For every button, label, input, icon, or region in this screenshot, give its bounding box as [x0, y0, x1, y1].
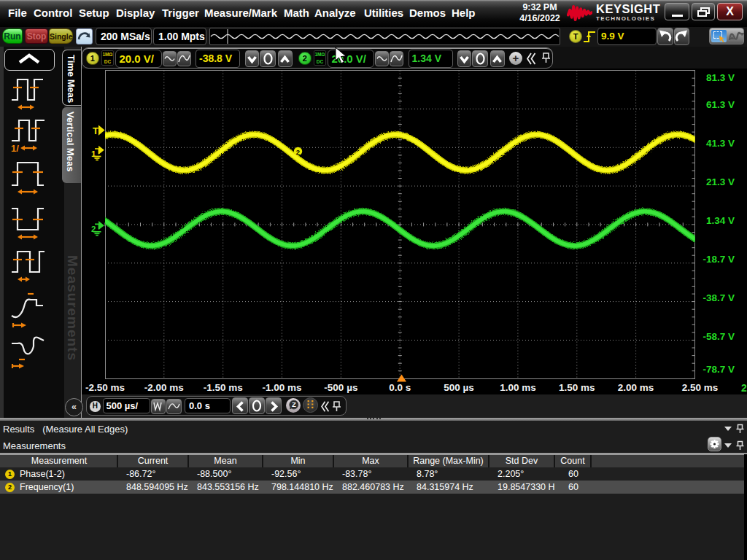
- svg-text:-2.00 ms: -2.00 ms: [144, 382, 184, 393]
- svg-text:Z: Z: [291, 400, 295, 408]
- svg-text:1.00 ms: 1.00 ms: [500, 382, 536, 393]
- svg-text:1.34 V: 1.34 V: [706, 215, 735, 226]
- svg-text:T: T: [93, 125, 98, 136]
- svg-text:2.50 ms: 2.50 ms: [682, 382, 719, 393]
- svg-text:2.00 ms: 2.00 ms: [618, 382, 654, 393]
- svg-text:-38.7 V: -38.7 V: [703, 292, 735, 303]
- svg-text:0.0 s: 0.0 s: [389, 382, 411, 393]
- svg-text:61.3 V: 61.3 V: [706, 99, 735, 110]
- svg-text:2: 2: [741, 382, 747, 394]
- svg-text:21.3 V: 21.3 V: [706, 176, 735, 187]
- svg-text:-500 µs: -500 µs: [324, 382, 357, 393]
- svg-text:2: 2: [296, 148, 300, 156]
- svg-text:-1.50 ms: -1.50 ms: [204, 382, 243, 393]
- svg-text:-58.7 V: -58.7 V: [703, 331, 735, 342]
- svg-text:41.3 V: 41.3 V: [706, 138, 735, 149]
- svg-text:1.50 ms: 1.50 ms: [559, 382, 595, 393]
- svg-text:-18.7 V: -18.7 V: [703, 254, 735, 265]
- svg-text:500 µs: 500 µs: [444, 382, 474, 393]
- svg-text:81.3 V: 81.3 V: [706, 72, 735, 83]
- svg-text:-2.50 ms: -2.50 ms: [85, 382, 125, 393]
- svg-text:-1.00 ms: -1.00 ms: [262, 382, 301, 393]
- svg-text:-78.7 V: -78.7 V: [703, 364, 735, 375]
